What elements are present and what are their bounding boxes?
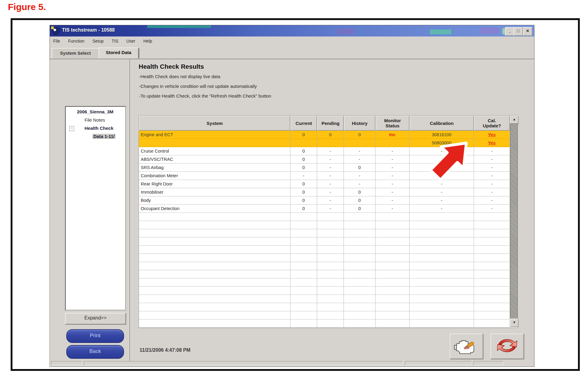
value-cell <box>474 237 510 246</box>
value-cell <box>474 311 510 319</box>
menu-bar: File Function Setup TIS User Help <box>50 36 534 47</box>
value-cell <box>317 221 344 229</box>
value-cell <box>375 303 410 311</box>
back-button[interactable]: Back <box>66 345 124 359</box>
menu-item-function[interactable]: Function <box>65 36 88 43</box>
tree-item-health-check[interactable]: Health Check <box>85 126 113 131</box>
value-cell <box>410 213 474 221</box>
status-segment <box>474 361 503 365</box>
value-cell: 0 <box>344 188 375 196</box>
value-cell <box>290 221 317 229</box>
table-row: Immobiliser0-0--- <box>139 188 510 196</box>
menu-item-setup[interactable]: Setup <box>89 36 107 43</box>
system-cell <box>139 319 290 328</box>
value-cell: - <box>317 196 344 205</box>
scroll-up-button[interactable]: ▲ <box>510 116 519 124</box>
value-cell <box>474 262 510 270</box>
value-cell <box>375 287 410 295</box>
empty-table-row <box>139 262 510 270</box>
titlebar-artifact <box>337 29 354 34</box>
value-cell <box>474 221 510 229</box>
value-cell: - <box>317 147 344 155</box>
value-cell <box>375 221 410 229</box>
maximize-button[interactable]: □ <box>514 27 523 36</box>
minimize-button[interactable]: _ <box>505 27 514 36</box>
column-header[interactable]: Calibration <box>410 116 474 131</box>
value-cell <box>375 319 410 328</box>
cal-update-link[interactable]: Yes <box>488 140 496 145</box>
value-cell <box>375 311 410 319</box>
value-cell <box>474 319 510 328</box>
value-cell <box>375 229 410 237</box>
value-cell: - <box>317 172 344 180</box>
system-cell: Occupant Detection <box>139 205 290 213</box>
value-cell: - <box>317 205 344 213</box>
column-header[interactable]: Cal. Update? <box>474 116 510 131</box>
scroll-thumb[interactable] <box>510 123 518 319</box>
value-cell: - <box>317 188 344 196</box>
value-cell <box>344 246 375 254</box>
value-cell <box>344 303 375 311</box>
value-cell <box>344 139 375 147</box>
value-cell <box>410 246 474 254</box>
value-cell <box>317 139 344 147</box>
engine-health-button[interactable] <box>450 333 483 359</box>
tab-stored-data[interactable]: Stored Data <box>99 47 139 59</box>
page-title: Health Check Results <box>139 63 204 70</box>
column-header[interactable]: Pending <box>317 116 344 131</box>
cal-update-link[interactable]: Yes <box>488 132 496 137</box>
value-cell <box>410 237 474 246</box>
status-segment <box>51 361 82 365</box>
expand-button[interactable]: Expand>> <box>65 313 126 324</box>
tree-item-data[interactable]: Data 1-11/ <box>92 134 116 139</box>
value-cell <box>344 270 375 278</box>
refresh-icon <box>495 336 519 356</box>
value-cell <box>317 254 344 262</box>
value-cell <box>344 319 375 328</box>
note-line: -To update Health Check, click the "Refr… <box>139 93 271 98</box>
column-header[interactable]: Current <box>290 116 317 131</box>
collapse-icon[interactable]: − <box>69 126 74 131</box>
value-cell: - <box>375 180 410 188</box>
refresh-health-check-button[interactable] <box>490 333 524 359</box>
value-cell <box>375 254 410 262</box>
value-cell: - <box>474 180 510 188</box>
scroll-down-button[interactable]: ▼ <box>510 319 519 327</box>
vertical-scrollbar[interactable]: ▲ ▼ <box>510 116 517 327</box>
tree-item-file-notes[interactable]: File Notes <box>85 117 105 123</box>
value-cell: - <box>474 196 510 205</box>
value-cell: - <box>410 155 474 164</box>
value-cell <box>317 303 344 311</box>
system-cell <box>139 229 290 237</box>
menu-item-tis[interactable]: TIS <box>108 36 122 43</box>
tree-item-vehicle[interactable]: 2006_Sienna_3M <box>77 109 113 114</box>
value-cell <box>344 262 375 270</box>
empty-table-row <box>139 246 510 254</box>
value-cell <box>410 311 474 319</box>
value-cell: - <box>317 164 344 172</box>
print-button[interactable]: Print <box>66 329 124 343</box>
column-header[interactable]: History <box>344 116 375 131</box>
system-cell <box>139 254 290 262</box>
column-header[interactable]: System <box>139 116 290 131</box>
empty-table-row <box>139 270 510 278</box>
menu-item-help[interactable]: Help <box>140 36 155 43</box>
sidebar-tree: 2006_Sienna_3M File Notes − Health Check… <box>65 106 126 310</box>
panel-divider <box>130 59 130 362</box>
value-cell: 0 <box>344 196 375 205</box>
value-cell: - <box>375 188 410 196</box>
value-cell: - <box>317 155 344 164</box>
menu-item-file[interactable]: File <box>50 36 64 43</box>
value-cell <box>375 246 410 254</box>
value-cell: - <box>290 172 317 180</box>
value-cell <box>317 262 344 270</box>
table-row: Cruise Control0----- <box>139 147 510 155</box>
value-cell: - <box>317 180 344 188</box>
close-button[interactable]: ✕ <box>523 27 532 36</box>
note-line: -Changes in vehicle condition will not u… <box>139 84 257 89</box>
menu-item-user[interactable]: User <box>123 36 139 43</box>
system-cell <box>139 270 290 278</box>
value-cell <box>344 295 375 303</box>
column-header[interactable]: Monitor Status <box>375 116 410 131</box>
tab-system-select[interactable]: System Select <box>52 48 99 58</box>
